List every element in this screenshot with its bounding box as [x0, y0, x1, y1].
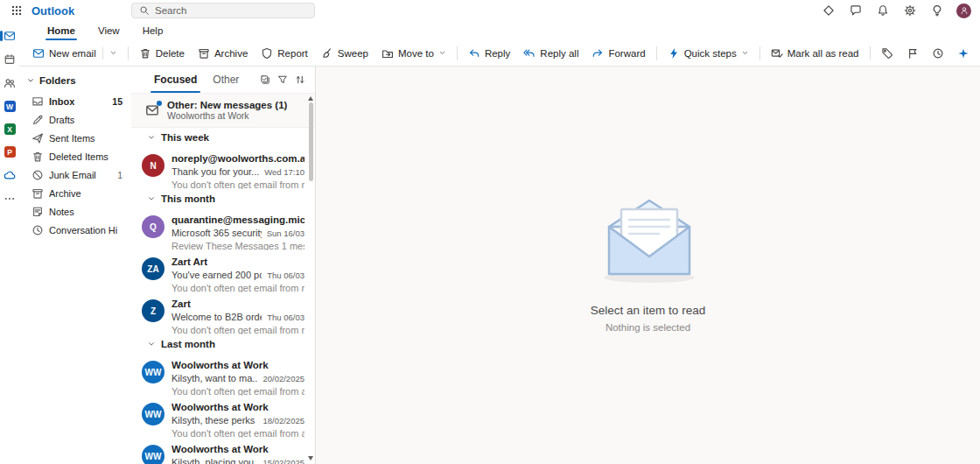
snooze-button[interactable] [926, 43, 950, 64]
email-list-item[interactable]: WW Woolworths at Work Kilsyth, placing y… [131, 438, 315, 464]
folders-header[interactable]: Folders [19, 72, 131, 92]
email-subject: Kilsyth, placing you... [172, 456, 257, 464]
sparkle-icon [957, 47, 970, 60]
tab-view[interactable]: View [89, 21, 129, 40]
email-list-item[interactable]: WW Woolworths at Work Kilsyth, these per… [131, 396, 315, 438]
filter-button[interactable] [277, 72, 288, 88]
mail-icon [4, 30, 16, 42]
email-preview: You don't often get email from no... [172, 179, 304, 189]
archive-icon [198, 47, 210, 60]
tab-help[interactable]: Help [134, 21, 172, 40]
word-app-button[interactable]: W [0, 101, 19, 112]
sort-icon [295, 74, 305, 85]
empty-state: Select an item to read Nothing is select… [583, 186, 714, 333]
scroll-down-icon[interactable] [308, 456, 313, 460]
more-options-button[interactable] [977, 43, 980, 64]
tab-focused[interactable]: Focused [152, 67, 199, 93]
onedrive-app-button[interactable] [0, 169, 19, 181]
email-date: Wed 17:10 [264, 166, 304, 179]
email-subject: Kilsyth, these perks ... [172, 414, 257, 426]
people-nav-button[interactable] [0, 77, 19, 89]
scroll-up-icon[interactable] [308, 96, 313, 101]
move-to-button[interactable]: Move to [375, 43, 452, 64]
powerpoint-app-button[interactable]: P [0, 146, 19, 158]
folder-sent-items[interactable]: Sent Items [19, 129, 131, 147]
gear-icon [904, 4, 916, 17]
delete-button[interactable]: Delete [133, 43, 191, 64]
search-icon [139, 5, 150, 16]
email-sender: Zart Art [172, 256, 304, 269]
chevron-down-icon [147, 133, 156, 142]
quick-steps-button[interactable]: Quick steps [662, 43, 755, 64]
email-preview: You don't often get email from ro... [172, 282, 304, 292]
email-list-item[interactable]: Q quarantine@messaging.microsof... Micro… [131, 208, 315, 250]
folder-archive[interactable]: Archive [19, 184, 131, 202]
mail-nav-button[interactable] [0, 30, 19, 42]
email-date: Thu 06/03 [267, 270, 304, 282]
sender-avatar: Q [142, 215, 164, 238]
flag-icon [906, 47, 919, 60]
tab-other[interactable]: Other [211, 67, 241, 93]
section-this-week[interactable]: This week [131, 128, 315, 147]
report-button[interactable]: Report [255, 43, 314, 64]
search-bar[interactable] [131, 3, 315, 18]
top-bar: Outlook [0, 0, 980, 21]
reply-all-button[interactable]: Reply all [517, 43, 584, 64]
folder-conversation-history[interactable]: Conversation History [19, 221, 131, 239]
app-launcher-button[interactable] [9, 3, 24, 18]
email-preview: You don't often get email from ro... [172, 324, 304, 334]
categorize-button[interactable] [875, 43, 900, 64]
scrollbar-thumb[interactable] [309, 102, 313, 181]
tab-home[interactable]: Home [38, 21, 84, 40]
note-icon [32, 206, 44, 218]
email-subject: You've earned 200 po... [172, 269, 262, 281]
section-last-month[interactable]: Last month [131, 334, 315, 354]
excel-app-button[interactable]: X [0, 123, 19, 135]
chat-button[interactable] [848, 3, 864, 18]
folder-drafts[interactable]: Drafts [19, 110, 131, 129]
select-messages-button[interactable] [260, 72, 270, 88]
folder-inbox[interactable]: Inbox 15 [19, 92, 131, 110]
profile-avatar[interactable] [956, 4, 971, 18]
mark-all-read-button[interactable]: Mark all as read [765, 43, 865, 64]
toolbar-separator [870, 46, 871, 60]
settings-button[interactable] [902, 3, 918, 18]
chevron-down-icon [147, 194, 156, 203]
email-sender: Woolworths at Work [172, 443, 304, 456]
folder-deleted-items[interactable]: Deleted Items [19, 147, 131, 165]
section-this-month[interactable]: This month [131, 189, 315, 208]
notifications-button[interactable] [875, 3, 891, 18]
list-scrollbar[interactable] [306, 93, 315, 464]
sender-avatar: N [142, 154, 164, 177]
sender-avatar: WW [142, 361, 164, 383]
other-messages-banner[interactable]: Other: New messages (1) Woolworths at Wo… [131, 93, 315, 128]
topbar-actions [821, 3, 971, 18]
calendar-nav-button[interactable] [0, 53, 19, 66]
more-apps-button[interactable] [0, 193, 19, 205]
email-list-item[interactable]: WW Woolworths at Work Kilsyth, want to m… [131, 354, 315, 396]
email-list-item[interactable]: ZA Zart Art You've earned 200 po... Thu … [131, 250, 315, 292]
email-list-item[interactable]: Z Zart Welcome to B2B orde... Thu 06/03 … [131, 292, 315, 334]
premium-button[interactable] [821, 3, 836, 18]
email-list-item[interactable]: N noreply@woolworths.com.au Thank you fo… [131, 147, 315, 189]
chevron-down-icon [147, 340, 156, 348]
reply-button[interactable]: Reply [462, 43, 516, 64]
copilot-button[interactable] [951, 43, 976, 64]
send-icon [32, 132, 44, 144]
sort-button[interactable] [295, 72, 305, 88]
toolbar-separator [760, 46, 760, 60]
unread-count: 15 [112, 96, 122, 107]
search-input[interactable] [155, 5, 307, 16]
ribbon-tabs: Home View Help [19, 21, 980, 40]
forward-button[interactable]: Forward [585, 43, 651, 64]
folder-notes[interactable]: Notes [19, 202, 131, 221]
folder-move-icon [382, 47, 394, 60]
excel-icon: X [4, 123, 16, 135]
flag-button[interactable] [900, 43, 925, 64]
tips-button[interactable] [929, 3, 945, 18]
new-email-button[interactable]: New email [26, 43, 123, 64]
archive-button[interactable]: Archive [192, 43, 254, 64]
sweep-button[interactable]: Sweep [315, 43, 374, 64]
archive-icon [32, 187, 44, 200]
folder-junk-email[interactable]: Junk Email 1 [19, 165, 131, 184]
